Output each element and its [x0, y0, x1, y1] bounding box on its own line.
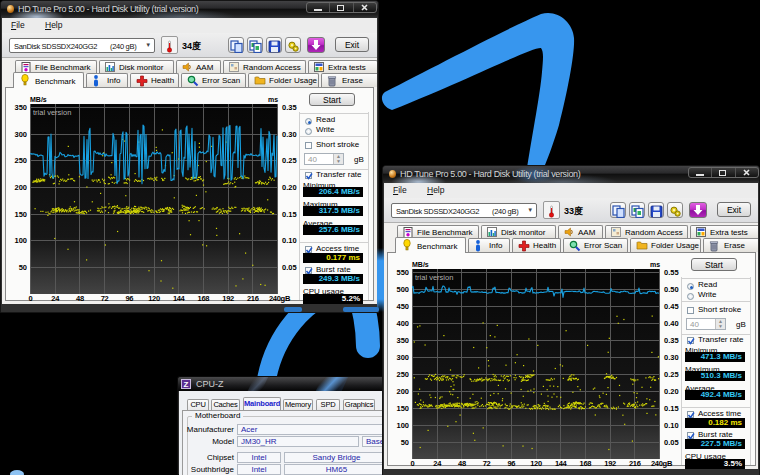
svg-text:trial version: trial version [415, 273, 453, 282]
svg-text:trial version: trial version [33, 108, 71, 117]
